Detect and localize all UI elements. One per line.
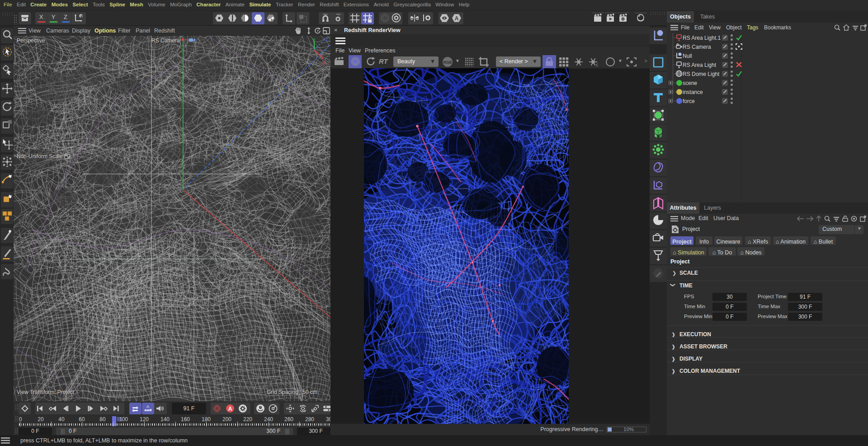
svg-text:Z: Z bbox=[326, 37, 329, 42]
svg-text:RGB: RGB bbox=[443, 60, 452, 65]
svg-text:A: A bbox=[146, 404, 149, 409]
svg-text:Y: Y bbox=[312, 38, 316, 43]
svg-text:X: X bbox=[322, 60, 326, 66]
svg-text:G: G bbox=[596, 63, 598, 67]
svg-text:A: A bbox=[455, 15, 459, 22]
svg-text:A: A bbox=[228, 406, 232, 412]
